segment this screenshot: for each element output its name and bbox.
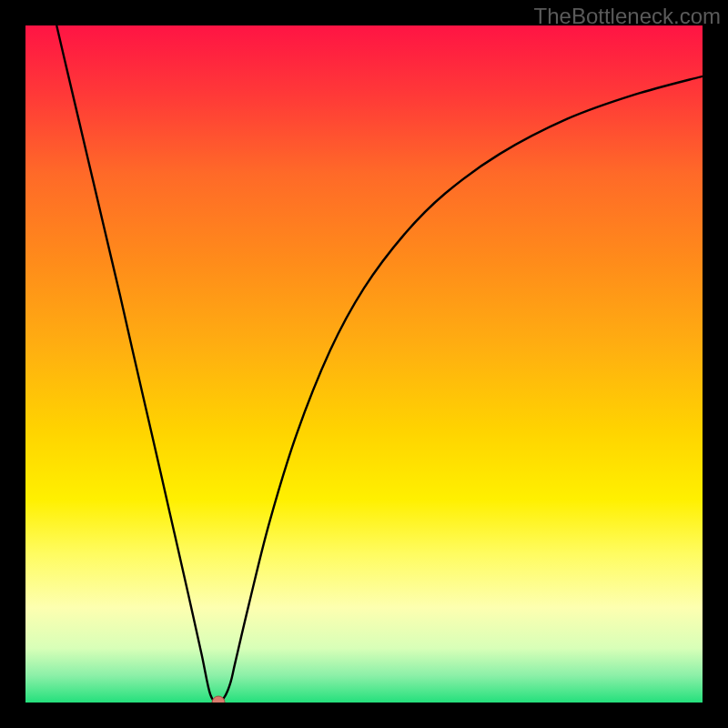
watermark-text: TheBottleneck.com (534, 4, 721, 29)
bottleneck-chart (25, 25, 703, 703)
plot-area (25, 25, 703, 703)
gradient-background (25, 25, 703, 703)
